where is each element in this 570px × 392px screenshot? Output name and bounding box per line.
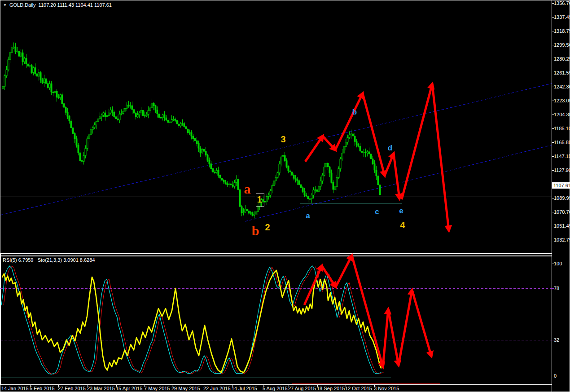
wave-label-2[interactable]: 2 [265,222,270,233]
indicator-axis-label: 32 [554,337,559,343]
time-axis-label: 5 Feb 2015 [30,386,55,391]
symbol-dropdown-icon[interactable]: ▼ [3,3,7,7]
price-axis-label: 1261.55 [554,70,570,75]
panel-separator [0,253,552,254]
chart-symbol-period: GOLD,Daily [9,2,36,8]
wave-label-c[interactable]: c [375,207,379,216]
time-axis-label: 22 Jun 2015 [203,386,231,391]
time-axis-label: 14 Jan 2015 [1,386,29,391]
forecast-arrow[interactable] [394,154,399,198]
price-axis-label: 1185.10 [554,126,570,131]
price-axis-label: 1299.50 [554,42,570,48]
time-axis-label: 23 Mar 2015 [87,386,115,391]
time-axis-label: 5 Aug 2015 [263,386,288,391]
wave-label-b[interactable]: b [252,223,259,238]
time-axis-label: 18 Sep 2015 [317,386,345,391]
forecast-arrow[interactable] [323,136,335,150]
price-axis-label: 1242.30 [554,84,570,89]
price-axis-label: 1051.45 [554,223,570,229]
indicator-axis-label: 78 [554,286,559,291]
indicator-label: RSI(5) 6.7959 Sto(21,3,3) 3.0901 8.6284 [3,257,95,263]
indicator-axis-label: 100 [554,261,562,266]
time-axis-label: 12 Oct 2015 [345,386,372,391]
wave-label-3[interactable]: 3 [281,134,285,145]
panel-separator [0,255,552,256]
chart-canvas[interactable] [0,0,570,392]
time-axis-label: 27 Feb 2015 [58,386,86,391]
mt4-chart-window: ▼ GOLD,Daily 1107.20 1111.43 1104.41 110… [0,0,570,392]
forecast-arrow-indicator[interactable] [383,309,388,367]
rsi-line [2,270,381,373]
forecast-arrow-indicator[interactable] [336,255,352,287]
time-axis-label: 3 Nov 2015 [374,386,399,391]
time-axis-label: 14 Jul 2015 [232,386,257,391]
price-axis-label: 1147.15 [554,154,570,159]
price-axis-label: 1089.95 [554,195,570,201]
wave-label-e[interactable]: e [399,207,403,216]
current-price-tag: 1107.61 [552,182,570,189]
wave-label-4[interactable]: 4 [400,220,405,230]
forecast-arrow[interactable] [305,136,323,162]
forecast-arrow-indicator[interactable] [399,290,412,365]
price-axis-label: 1356.70 [554,0,570,6]
chart-title: ▼ GOLD,Daily 1107.20 1111.43 1104.41 110… [3,2,112,8]
wave-label-a[interactable]: a [306,211,310,220]
time-axis-label: 7 May 2015 [144,386,170,391]
forecast-arrow-indicator[interactable] [412,290,431,356]
wave-label-b[interactable]: b [352,108,357,117]
price-axis-label: 1223.05 [554,98,570,103]
candlesticks [2,43,381,219]
time-axis-label: 15 Apr 2015 [116,386,142,391]
price-axis-label: 1204.35 [554,112,570,117]
forecast-arrow[interactable] [335,93,363,150]
wave-label-a[interactable]: a [244,181,251,197]
price-axis-label: 1337.45 [554,14,570,20]
price-axis-label: 1070.70 [554,209,570,215]
time-axis-label: 29 May 2015 [171,386,200,391]
forecast-arrow[interactable] [402,84,432,199]
trend-channel-line [0,84,552,215]
time-axis-label: 27 Aug 2015 [288,386,316,391]
forecast-arrow[interactable] [385,154,394,176]
price-axis-label: 1318.75 [554,28,570,34]
forecast-arrow[interactable] [432,84,449,230]
price-axis-label: 1165.85 [554,140,570,145]
chart-ohlc-values: 1107.20 1111.43 1104.41 1107.61 [39,2,112,8]
price-axis-label: 1032.75 [554,237,570,242]
forecast-arrow-indicator[interactable] [388,309,399,365]
wave-label-d[interactable]: d [388,144,392,153]
price-axis-label: 1127.90 [554,167,570,173]
indicator-axis-label: 0 [554,373,557,379]
wave-label-1[interactable]: 1 [257,194,262,205]
price-axis-label: 1280.25 [554,56,570,62]
